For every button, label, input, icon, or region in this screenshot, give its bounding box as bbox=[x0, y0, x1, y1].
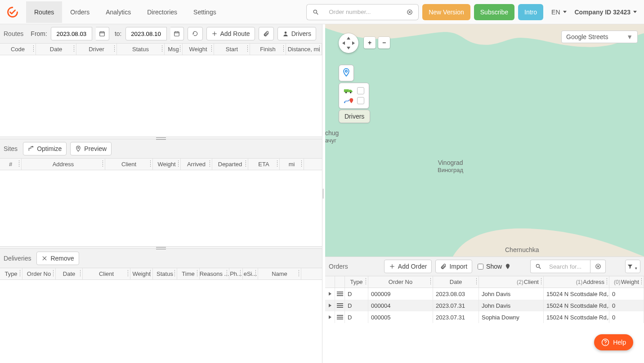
routes-grid-body[interactable] bbox=[0, 55, 322, 137]
language-dropdown[interactable]: EN bbox=[551, 9, 566, 16]
col-header[interactable]: Ph... bbox=[229, 268, 243, 279]
routes-layer-checkbox[interactable] bbox=[357, 97, 364, 104]
expand-icon[interactable] bbox=[329, 292, 331, 296]
remove-button[interactable]: Remove bbox=[36, 252, 79, 265]
col-header[interactable]: Weight bbox=[183, 44, 214, 55]
optimize-button[interactable]: Optimize bbox=[23, 142, 67, 155]
col-header[interactable]: mi bbox=[280, 159, 304, 170]
drivers-button[interactable]: Drivers bbox=[277, 27, 316, 40]
col-header[interactable]: Name bbox=[258, 268, 301, 279]
drag-handle-icon[interactable] bbox=[337, 292, 343, 296]
orders-search-clear-icon[interactable] bbox=[590, 260, 606, 273]
col-header[interactable]: Weight bbox=[130, 268, 153, 279]
col-header[interactable]: Arrived bbox=[181, 159, 212, 170]
nav-analytics[interactable]: Analytics bbox=[98, 1, 139, 23]
map-place-center: VinogradВиноград bbox=[438, 159, 463, 173]
help-button[interactable]: Help bbox=[594, 334, 633, 350]
expand-icon[interactable] bbox=[329, 304, 331, 307]
col-header[interactable]: Driver bbox=[76, 44, 117, 55]
map-drivers-button[interactable]: Drivers bbox=[339, 110, 370, 123]
col-header[interactable]: Client bbox=[105, 159, 153, 170]
routes-grid-header: CodeDateDriverStatusMsgWeightStartFinish… bbox=[0, 44, 322, 55]
optimize-label: Optimize bbox=[37, 145, 62, 152]
add-route-button[interactable]: Add Route bbox=[206, 27, 255, 40]
show-toggle[interactable]: Show bbox=[478, 263, 511, 270]
attach-button[interactable] bbox=[259, 27, 274, 40]
add-order-label: Add Order bbox=[398, 263, 427, 270]
col-header[interactable]: Date bbox=[36, 44, 76, 55]
import-button[interactable]: Import bbox=[435, 260, 472, 273]
col-header[interactable]: Date bbox=[56, 268, 83, 279]
svg-marker-23 bbox=[352, 41, 355, 45]
zoom-in-button[interactable]: + bbox=[364, 37, 376, 49]
col-header[interactable]: Type bbox=[0, 268, 22, 279]
add-order-button[interactable]: Add Order bbox=[384, 260, 432, 273]
col-header[interactable]: Start bbox=[214, 44, 250, 55]
orders-search-input[interactable] bbox=[546, 260, 590, 273]
from-date-picker-icon[interactable] bbox=[96, 27, 109, 40]
col-header[interactable]: Status bbox=[153, 268, 177, 279]
refresh-button[interactable] bbox=[188, 27, 203, 40]
intro-button[interactable]: Intro bbox=[518, 4, 543, 20]
show-checkbox[interactable] bbox=[478, 264, 483, 270]
col-header[interactable]: Weight bbox=[153, 159, 181, 170]
col-header[interactable]: Client bbox=[83, 268, 130, 279]
deliveries-panel: Deliveries Remove TypeOrder NoDateClient… bbox=[0, 249, 322, 363]
col-header[interactable]: # bbox=[0, 159, 22, 170]
chevron-down-icon: ▼ bbox=[626, 33, 633, 40]
new-version-button[interactable]: New Version bbox=[422, 4, 470, 20]
clear-search-icon[interactable] bbox=[401, 4, 419, 20]
nav-items: Routes Orders Analytics Directories Sett… bbox=[26, 1, 224, 23]
col-header[interactable]: Departed bbox=[212, 159, 248, 170]
basemap-dropdown[interactable]: Google Streets ▼ bbox=[561, 31, 638, 43]
company-dropdown[interactable]: Company ID 32423 bbox=[575, 9, 637, 16]
col-header[interactable]: Time bbox=[177, 268, 200, 279]
search-icon[interactable] bbox=[306, 4, 324, 20]
to-date-input[interactable] bbox=[125, 27, 167, 40]
sites-title: Sites bbox=[4, 145, 18, 152]
col-header[interactable]: Address bbox=[22, 159, 105, 170]
routes-toolbar: Routes From: to: Add Route bbox=[0, 24, 322, 44]
table-row[interactable]: D0000042023.07.31John Davis15024 N Scott… bbox=[325, 300, 644, 311]
from-label: From: bbox=[31, 30, 47, 37]
expand-icon[interactable] bbox=[329, 315, 331, 319]
trucks-layer-checkbox[interactable] bbox=[357, 87, 364, 94]
col-header[interactable]: ETA bbox=[248, 159, 280, 170]
map-zoom-control: + − bbox=[364, 37, 390, 49]
col-header[interactable]: Msg bbox=[165, 44, 183, 55]
svg-point-26 bbox=[345, 92, 347, 93]
subscribe-button[interactable]: Subscribe bbox=[474, 4, 514, 20]
nav-orders[interactable]: Orders bbox=[62, 1, 98, 23]
col-header[interactable]: Code bbox=[0, 44, 36, 55]
col-header[interactable]: Order No bbox=[22, 268, 56, 279]
zoom-out-button[interactable]: − bbox=[378, 37, 390, 49]
nav-routes[interactable]: Routes bbox=[26, 1, 62, 23]
orders-grid-body[interactable]: D0000092023.08.03John Davis15024 N Scott… bbox=[325, 288, 644, 363]
col-header[interactable]: Distance, mi bbox=[286, 44, 322, 55]
col-header[interactable]: eSi... bbox=[243, 268, 258, 279]
orders-filter-button[interactable]: ▾ bbox=[625, 260, 640, 273]
orders-search-icon[interactable] bbox=[530, 260, 546, 273]
map[interactable]: + − bbox=[325, 24, 644, 257]
map-place-topleft: chugачуг bbox=[325, 129, 339, 144]
svg-point-1 bbox=[313, 10, 317, 13]
col-header[interactable]: Status bbox=[117, 44, 165, 55]
nav-settings[interactable]: Settings bbox=[185, 1, 224, 23]
col-header[interactable]: Reasons ... bbox=[200, 268, 229, 279]
deliveries-grid-body[interactable] bbox=[0, 280, 322, 363]
splitter-routes-sites[interactable] bbox=[0, 137, 322, 139]
table-row[interactable]: D0000052023.07.31Sophia Downy15024 N Sco… bbox=[325, 311, 644, 323]
col-header[interactable]: Finish bbox=[250, 44, 286, 55]
to-date-picker-icon[interactable] bbox=[170, 27, 184, 40]
nav-directories[interactable]: Directories bbox=[139, 1, 185, 23]
splitter-sites-deliveries[interactable] bbox=[0, 246, 322, 249]
map-pan-control[interactable] bbox=[339, 33, 358, 53]
sites-grid-body[interactable] bbox=[0, 170, 322, 246]
preview-button[interactable]: Preview bbox=[70, 142, 112, 155]
map-center-tool[interactable] bbox=[339, 65, 354, 81]
table-row[interactable]: D0000092023.08.03John Davis15024 N Scott… bbox=[325, 288, 644, 300]
from-date-input[interactable] bbox=[51, 27, 92, 40]
order-search-input[interactable] bbox=[324, 4, 401, 20]
drag-handle-icon[interactable] bbox=[337, 315, 343, 319]
drag-handle-icon[interactable] bbox=[337, 303, 343, 308]
